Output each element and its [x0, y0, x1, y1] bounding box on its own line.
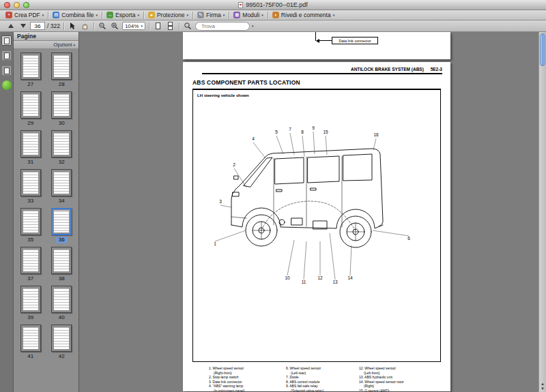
previous-page-button[interactable] [5, 22, 16, 31]
thumbnail-page-image[interactable] [51, 169, 72, 196]
toolbar-separator [48, 12, 48, 19]
scroll-up-button[interactable]: ▲ [541, 382, 545, 386]
page-thumbnail-36[interactable]: 36 [46, 208, 78, 243]
forms-button[interactable]: ▦Moduli▾ [231, 11, 266, 20]
parts-list-item: 15. G sensor (4WD) [359, 389, 441, 392]
thumbnail-page-image[interactable] [51, 325, 72, 352]
callout-number: 3 [219, 199, 222, 204]
page-thumbnail-38[interactable]: 38 [46, 247, 78, 282]
panel-title: Pagine [17, 33, 36, 40]
document-area[interactable]: Data link connector ANTILOCK BRAKE SYSTE… [79, 32, 538, 392]
toolbar-separator [268, 12, 268, 19]
toolbar-separator [94, 22, 94, 30]
sign-button[interactable]: ✎Firma▾ [195, 11, 227, 20]
create-pdf-button[interactable]: +Crea PDF▾ [3, 11, 46, 20]
select-tool-button[interactable] [68, 22, 78, 31]
pages-panel-button[interactable] [1, 35, 12, 46]
thumbnail-page-number: 37 [27, 275, 33, 282]
page-thumbnail-31[interactable]: 31 [15, 130, 46, 166]
zoom-window-button[interactable] [23, 2, 29, 8]
options-menu-button[interactable]: Opzioni ▾ [14, 41, 78, 49]
thumbnail-page-image[interactable] [51, 52, 72, 80]
section-title: ABS COMPONENT PARTS LOCATION [192, 79, 441, 86]
page-thumbnail-42[interactable]: 42 [46, 325, 78, 360]
page-thumbnail-40[interactable]: 40 [46, 286, 78, 321]
toolbar-separator [143, 12, 144, 19]
find-input[interactable] [195, 22, 250, 31]
thumbnail-page-number: 29 [27, 120, 33, 127]
signatures-panel-button[interactable] [1, 65, 12, 76]
panel-header: Pagine [14, 32, 78, 41]
dropdown-arrow-icon: ▾ [261, 13, 263, 17]
zoom-in-button[interactable] [110, 22, 120, 31]
dropdown-arrow-icon: ▾ [137, 13, 139, 17]
thumbnail-page-image[interactable] [20, 91, 41, 119]
toolbar-button-label: Protezione [157, 12, 185, 18]
zoom-out-button[interactable] [98, 22, 108, 31]
page-thumbnail-32[interactable]: 32 [46, 130, 78, 166]
signatures-icon [4, 67, 10, 74]
parts-list-item: (Solenoid valve relay) [286, 389, 359, 392]
toolbar-separator [102, 12, 102, 19]
thumbnail-page-image[interactable] [20, 247, 41, 274]
protection-button[interactable]: ●Protezione▾ [145, 11, 191, 20]
page-thumbnail-28[interactable]: 28 [46, 52, 78, 88]
thumbnail-page-image[interactable] [51, 286, 72, 313]
thumbnail-page-image[interactable] [20, 169, 41, 196]
page-thumbnail-35[interactable]: 35 [15, 208, 46, 243]
thumbnail-page-image[interactable] [51, 91, 72, 119]
scrollbar-thumb[interactable] [540, 33, 545, 66]
thumbnail-page-image[interactable] [51, 208, 72, 235]
continuous-view-button[interactable] [165, 22, 175, 31]
review-comment-button[interactable]: ◗Rivedi e commenta▾ [270, 11, 337, 20]
hand-tool-button[interactable] [80, 22, 90, 31]
bookmarks-panel-button[interactable] [1, 50, 12, 61]
thumbnail-page-image[interactable] [51, 130, 72, 157]
thumbnail-page-image[interactable] [20, 130, 41, 157]
page-thumbnail-39[interactable]: 39 [15, 286, 46, 321]
thumbnail-page-image[interactable] [51, 247, 72, 274]
pages-icon [4, 37, 10, 44]
thumbnail-page-number: 42 [59, 353, 65, 360]
page-thumbnail-33[interactable]: 33 [15, 169, 46, 205]
callout-number: 4 [252, 136, 255, 141]
toolbar-separator [192, 12, 193, 19]
export-button[interactable]: →Esporta▾ [104, 11, 142, 20]
callout-number: 13 [332, 280, 338, 284]
thumbnail-page-number: 35 [27, 237, 33, 243]
callout-number: 7 [289, 127, 291, 132]
data-link-connector-label: Data link connector [332, 37, 378, 44]
callout-number: 14 [347, 275, 353, 280]
combine-files-button[interactable]: ▤Combina file▾ [50, 11, 100, 20]
next-page-button[interactable] [18, 22, 28, 31]
single-page-view-button[interactable] [153, 22, 163, 31]
chevron-down-icon: ▾ [73, 43, 75, 47]
toolbar-button-label: Esporta [115, 12, 135, 18]
thumbnail-page-number: 27 [27, 81, 33, 88]
howto-panel-button[interactable] [2, 80, 12, 90]
minimize-window-button[interactable] [14, 2, 20, 8]
page-thumbnail-29[interactable]: 29 [15, 91, 46, 127]
page-thumbnail-34[interactable]: 34 [46, 169, 78, 205]
zoom-level-dropdown[interactable]: 104% ▾ [122, 22, 145, 30]
page-number-input[interactable] [30, 22, 45, 30]
vertical-scrollbar[interactable]: ▲ ▼ [538, 32, 546, 392]
thumbnail-page-image[interactable] [20, 286, 41, 313]
find-options-dropdown[interactable]: ▾ [252, 24, 254, 28]
thumbnail-page-image[interactable] [20, 52, 41, 80]
create-pdf-icon: + [5, 12, 12, 18]
page-thumbnail-41[interactable]: 41 [15, 325, 46, 360]
callout-number: 12 [317, 275, 323, 280]
callout-number: 1 [214, 241, 216, 246]
close-window-button[interactable] [4, 2, 10, 8]
thumbnail-page-number: 38 [59, 275, 65, 282]
page-thumbnail-30[interactable]: 30 [46, 91, 78, 127]
scroll-down-button[interactable]: ▼ [541, 387, 545, 391]
diagram-caption: LH steering vehicle shown [197, 93, 249, 97]
thumbnail-page-image[interactable] [20, 208, 41, 235]
nav-toolbar: / 322 104% ▾ [0, 20, 546, 32]
thumbnail-page-image[interactable] [20, 325, 41, 352]
vehicle-diagram: 12345789151661011121314 [204, 123, 429, 295]
page-thumbnail-27[interactable]: 27 [15, 52, 46, 88]
page-thumbnail-37[interactable]: 37 [15, 247, 46, 282]
